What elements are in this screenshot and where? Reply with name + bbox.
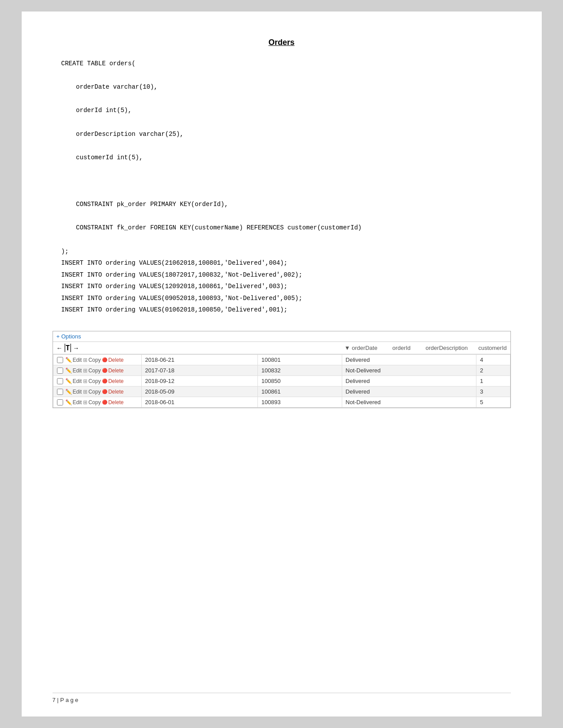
delete-button[interactable]: Delete	[102, 368, 124, 374]
delete-button[interactable]: Delete	[102, 378, 124, 384]
row-actions-cell: EditCopyDelete	[53, 365, 141, 376]
table-row: EditCopyDelete2018-06-01100893Not-Delive…	[53, 397, 510, 408]
filter-icon: ▼	[344, 345, 350, 351]
row-actions: EditCopyDelete	[57, 368, 138, 374]
delete-button[interactable]: Delete	[102, 399, 124, 405]
customer-id-header-toolbar: customerId	[478, 345, 506, 351]
cell-customerid: 1	[476, 376, 510, 387]
order-desc-header-toolbar: orderDescription	[426, 345, 468, 351]
orders-table: EditCopyDelete2018-06-21100801Delivered4…	[53, 354, 510, 408]
cell-orderdescription: Not-Delivered	[342, 397, 476, 408]
row-actions-cell: EditCopyDelete	[53, 355, 141, 365]
page-title: Orders	[53, 38, 511, 47]
row-actions-cell: EditCopyDelete	[53, 376, 141, 387]
edit-button[interactable]: Edit	[65, 399, 82, 405]
cell-orderdescription: Delivered	[342, 376, 476, 387]
cell-customerid: 4	[476, 355, 510, 365]
row-actions: EditCopyDelete	[57, 378, 138, 384]
order-date-header-toolbar: orderDate	[352, 345, 378, 351]
row-actions-cell: EditCopyDelete	[53, 397, 141, 408]
cell-orderdate: 2018-09-12	[141, 376, 257, 387]
row-checkbox[interactable]	[57, 399, 63, 405]
copy-button[interactable]: Copy	[83, 389, 101, 395]
cell-customerid: 5	[476, 397, 510, 408]
row-actions: EditCopyDelete	[57, 357, 138, 363]
table-icon: T	[64, 344, 72, 352]
copy-button[interactable]: Copy	[83, 399, 101, 405]
table-toolbar: ← T → ▼ orderDate orderId orderDescripti…	[53, 342, 510, 354]
edit-button[interactable]: Edit	[65, 389, 82, 395]
arrow-right-icon[interactable]: →	[73, 345, 79, 352]
cell-orderdescription: Not-Delivered	[342, 365, 476, 376]
row-actions: EditCopyDelete	[57, 399, 138, 405]
table-row: EditCopyDelete2018-05-09100861Delivered3	[53, 387, 510, 397]
delete-button[interactable]: Delete	[102, 389, 124, 395]
copy-button[interactable]: Copy	[83, 357, 101, 363]
navigation-arrows: ← T →	[57, 344, 79, 352]
table-row: EditCopyDelete2017-07-18100832Not-Delive…	[53, 365, 510, 376]
cell-orderdate: 2018-06-21	[141, 355, 257, 365]
options-section: + Options ← T → ▼ orderDate orderId orde…	[53, 331, 511, 408]
table-row: EditCopyDelete2018-09-12100850Delivered1	[53, 376, 510, 387]
row-checkbox[interactable]	[57, 357, 63, 363]
row-checkbox[interactable]	[57, 378, 63, 384]
cell-orderid: 100893	[257, 397, 342, 408]
copy-button[interactable]: Copy	[83, 368, 101, 374]
cell-orderid: 100850	[257, 376, 342, 387]
page-container: Orders CREATE TABLE orders( orderDate va…	[21, 11, 542, 717]
sql-create-table: CREATE TABLE orders( orderDate varchar(1…	[53, 58, 511, 316]
order-id-header-toolbar: orderId	[393, 345, 411, 351]
cell-orderid: 100801	[257, 355, 342, 365]
cell-orderdescription: Delivered	[342, 355, 476, 365]
edit-button[interactable]: Edit	[65, 378, 82, 384]
cell-orderdate: 2018-06-01	[141, 397, 257, 408]
copy-button[interactable]: Copy	[83, 378, 101, 384]
delete-button[interactable]: Delete	[102, 357, 124, 363]
row-actions-cell: EditCopyDelete	[53, 387, 141, 397]
row-actions: EditCopyDelete	[57, 389, 138, 395]
cell-orderdescription: Delivered	[342, 387, 476, 397]
edit-button[interactable]: Edit	[65, 357, 82, 363]
page-number: 7 | P a g e	[53, 697, 79, 703]
row-checkbox[interactable]	[57, 389, 63, 395]
table-row: EditCopyDelete2018-06-21100801Delivered4	[53, 355, 510, 365]
cell-orderdate: 2018-05-09	[141, 387, 257, 397]
page-footer: 7 | P a g e	[53, 693, 511, 703]
filter-control[interactable]: ▼	[344, 345, 350, 351]
edit-button[interactable]: Edit	[65, 368, 82, 374]
cell-orderid: 100832	[257, 365, 342, 376]
arrow-left-icon[interactable]: ←	[57, 345, 63, 352]
cell-orderid: 100861	[257, 387, 342, 397]
cell-customerid: 3	[476, 387, 510, 397]
cell-orderdate: 2017-07-18	[141, 365, 257, 376]
cell-customerid: 2	[476, 365, 510, 376]
options-toggle[interactable]: + Options	[53, 331, 510, 342]
row-checkbox[interactable]	[57, 368, 63, 374]
